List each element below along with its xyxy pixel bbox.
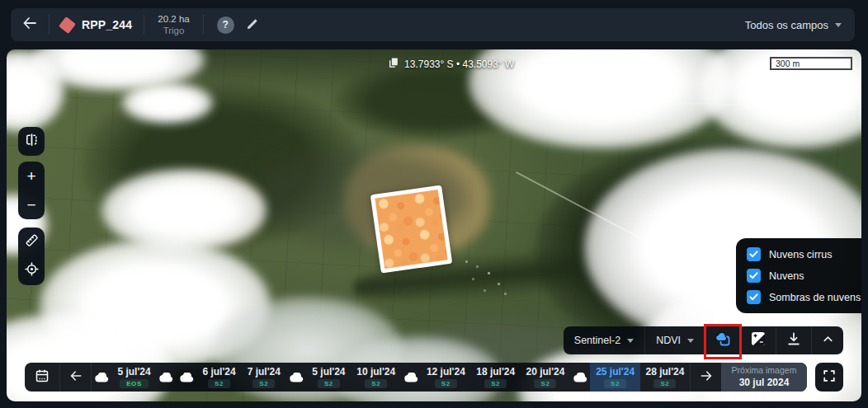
back-button[interactable] [11, 8, 49, 41]
timeline-date-10-jul-24[interactable]: 10 jul'24S2 [351, 363, 401, 392]
zoom-controls: + − [18, 162, 45, 219]
next-image-label: Próxima imagem [732, 365, 797, 377]
top-bar: RPP_244 20.2 ha Trigo ? Todos os campos [11, 8, 855, 41]
cloud-layer-label: Nuvens [769, 270, 804, 282]
compare-button[interactable] [18, 127, 45, 156]
source-badge: S2 [534, 379, 556, 388]
download-icon [786, 331, 801, 349]
cloud-layer-label: Sombras de nuvens [769, 292, 861, 303]
scale-label: 300 m [771, 59, 800, 68]
cloud-layer-option[interactable]: Sombras de nuvens [747, 290, 861, 304]
timeline-date-5-jul-24[interactable]: 5 jul'24EOS [111, 363, 156, 392]
timeline-date-5-jul-24[interactable]: 5 jul'24S2 [306, 363, 351, 392]
ruler-icon [24, 232, 40, 251]
field-area: 20.2 ha [158, 13, 189, 25]
cloud-layer-label: Nuvens cirrus [769, 249, 832, 260]
satellite-map[interactable]: 13.7933° S • 43.5093° W 300 m + − [7, 49, 861, 401]
fields-filter-label: Todos os campos [745, 19, 828, 31]
chevron-down-icon [835, 23, 842, 27]
back-arrow-icon [22, 16, 37, 33]
field-actions: ? [204, 16, 273, 34]
satellite-select[interactable]: Sentinel-2 [564, 326, 644, 354]
timeline-cloudy-day-icon [401, 363, 421, 392]
date-label: 6 jul'24 [202, 366, 235, 378]
satellite-select-value: Sentinel-2 [574, 335, 620, 346]
timeline-cloudy-day-icon [157, 363, 177, 392]
arrow-left-icon [69, 370, 83, 385]
fields-filter-dropdown[interactable]: Todos os campos [732, 8, 855, 41]
checkbox-checked-icon[interactable] [747, 269, 761, 283]
compare-tool-container [18, 127, 45, 156]
date-label: 20 jul'24 [526, 366, 565, 378]
zoom-in-button[interactable]: + [18, 162, 45, 190]
timeline-bar: 5 jul'24EOS6 jul'24S27 jul'24S25 jul'24S… [25, 363, 807, 392]
field-name: RPP_244 [82, 18, 132, 31]
source-badge: S2 [484, 379, 507, 388]
source-badge: S2 [208, 379, 230, 388]
timeline-date-7-jul-24[interactable]: 7 jul'24S2 [242, 363, 286, 392]
zoom-out-button[interactable]: − [18, 190, 45, 219]
next-image-button[interactable]: Próxima imagem 30 jul 2024 [721, 363, 807, 392]
date-label: 10 jul'24 [356, 366, 395, 378]
chevron-up-icon [822, 333, 834, 349]
plus-icon: + [26, 168, 35, 184]
source-badge: S2 [318, 379, 340, 388]
date-label: 25 jul'24 [596, 366, 634, 378]
coordinates-text: 13.7933° S • 43.5093° W [404, 59, 514, 70]
timeline-prev-button[interactable] [60, 363, 91, 392]
timeline-date-25-jul-24[interactable]: 25 jul'24S2 [590, 363, 639, 392]
cloud-layers-toggle-button[interactable] [705, 326, 740, 354]
date-label: 18 jul'24 [476, 366, 515, 378]
copy-icon [388, 57, 399, 72]
locate-crosshair-icon [24, 261, 40, 280]
timeline-cloudy-day-icon [177, 363, 196, 392]
date-label: 5 jul'24 [117, 366, 150, 378]
cloud-layer-option[interactable]: Nuvens cirrus [747, 247, 861, 261]
source-badge: S2 [653, 379, 676, 388]
locate-button[interactable] [18, 256, 45, 285]
cloud [122, 82, 213, 124]
collapse-button[interactable] [812, 326, 843, 354]
contrast-button[interactable] [741, 326, 776, 354]
edit-pencil-button[interactable] [246, 16, 260, 34]
date-label: 7 jul'24 [248, 366, 281, 378]
timeline-date-18-jul-24[interactable]: 18 jul'24S2 [471, 363, 521, 392]
index-select-value: NDVI [656, 335, 681, 346]
chevron-down-icon [627, 339, 634, 343]
timeline-date-6-jul-24[interactable]: 6 jul'24S2 [196, 363, 241, 392]
next-image-date: 30 jul 2024 [739, 377, 790, 390]
checkbox-checked-icon[interactable] [747, 247, 761, 261]
cloud-layers-panel: Nuvens cirrusNuvensSombras de nuvens [736, 238, 861, 313]
source-badge: S2 [252, 379, 275, 388]
timeline-cloudy-day-icon [286, 363, 306, 392]
timeline-next-button[interactable] [691, 363, 721, 392]
contrast-icon [751, 331, 766, 349]
timeline-date-12-jul-24[interactable]: 12 jul'24S2 [421, 363, 470, 392]
checkbox-checked-icon[interactable] [747, 290, 761, 304]
field-chip[interactable]: RPP_244 [50, 8, 144, 41]
pencil-icon [246, 16, 260, 34]
fullscreen-button[interactable] [815, 363, 843, 392]
source-badge: S2 [435, 379, 457, 388]
fullscreen-icon [823, 369, 836, 386]
field-info: 20.2 ha Trigo [144, 13, 202, 37]
ndvi-field-polygon[interactable] [370, 185, 453, 273]
map-scale-bar: 300 m [770, 57, 852, 70]
source-badge: S2 [604, 379, 626, 388]
coordinates-display[interactable]: 13.7933° S • 43.5093° W [388, 57, 514, 72]
cloud-layers-icon [714, 330, 733, 352]
timeline-date-20-jul-24[interactable]: 20 jul'24S2 [521, 363, 570, 392]
timeline-cloudy-day-icon [92, 363, 111, 392]
timeline-date-28-jul-24[interactable]: 28 jul'24S2 [640, 363, 690, 392]
layer-controls-bar: Sentinel-2 NDVI [564, 326, 843, 354]
measure-button[interactable] [18, 227, 45, 256]
measure-locate-controls [18, 227, 45, 285]
cloud-layer-option[interactable]: Nuvens [747, 269, 861, 283]
field-crop: Trigo [163, 25, 185, 36]
timeline-cloudy-day-icon [570, 363, 590, 392]
source-badge: EOS [120, 379, 149, 388]
index-select[interactable]: NDVI [645, 326, 705, 354]
help-button[interactable]: ? [217, 16, 234, 34]
calendar-button[interactable] [25, 363, 59, 392]
download-button[interactable] [776, 326, 811, 354]
